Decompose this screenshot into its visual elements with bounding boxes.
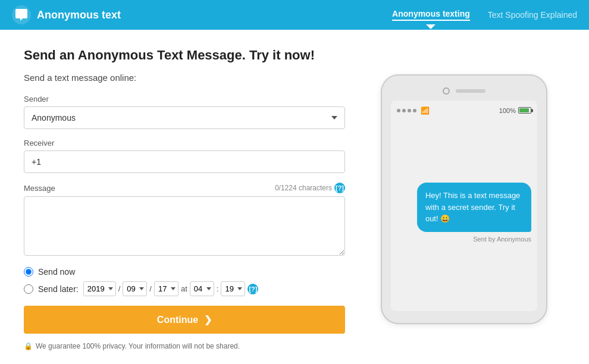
phone-speaker [456,89,485,93]
send-now-label[interactable]: Send now [38,267,75,277]
nav-text-spoofing[interactable]: Text Spoofing Explained [488,10,577,20]
phone-panel: 📶 100% Hey! This is a text message with … [369,48,559,350]
battery-icon [518,107,531,114]
main-nav: Anonymous texting Text Spoofing Explaine… [392,9,577,21]
continue-button[interactable]: Continue ❯ [24,306,345,334]
message-textarea[interactable] [24,196,345,256]
main-content: Send an Anonymous Text Message. Try it n… [0,30,589,364]
page-title: Send an Anonymous Text Message. Try it n… [24,48,345,63]
signal-dot-4 [413,109,416,112]
month-select[interactable]: 09 [123,281,147,296]
receiver-group: Receiver [24,139,345,173]
schedule-help-link[interactable]: [?] [247,284,258,294]
send-later-radio[interactable] [24,284,33,294]
message-group: Message 0/1224 characters [?] [24,183,345,258]
phone-screen: 📶 100% Hey! This is a text message with … [391,101,537,311]
message-label: Message [24,184,55,193]
message-bubble: Hey! This is a text message with a secre… [417,183,531,232]
nav-anonymous-texting[interactable]: Anonymous texting [392,9,470,21]
logo: Anonymous text [12,5,121,24]
send-later-controls: 2019 / 09 / 17 at 04 : 1 [83,281,259,296]
send-later-option: Send later: 2019 / 09 / 17 at 04 [24,281,345,296]
year-month-sep: / [118,284,121,293]
privacy-text: We guarantee 100% privacy. Your informat… [36,342,240,350]
at-label: at [181,284,187,293]
day-select[interactable]: 17 [154,281,178,296]
signal-dot-1 [397,109,400,112]
message-header: Message 0/1224 characters [?] [24,183,345,193]
sender-label: Sender [24,95,345,103]
battery-fill [519,108,529,112]
status-bar: 📶 100% [397,106,531,115]
phone-top [391,87,537,95]
receiver-input[interactable] [24,150,345,173]
hour-select[interactable]: 04 [190,281,214,296]
lock-icon: 🔒 [24,342,33,350]
month-day-sep: / [149,284,152,293]
message-bubble-container: Hey! This is a text message with a secre… [397,121,531,305]
header: Anonymous text Anonymous texting Text Sp… [0,0,589,30]
battery-percent: 100% [499,107,516,114]
wifi-icon: 📶 [421,106,430,115]
logo-text: Anonymous text [37,9,121,21]
minute-select[interactable]: 19 [221,281,245,296]
page-subtitle: Send a text message online: [24,73,345,83]
logo-icon [12,5,31,24]
send-options: Send now Send later: 2019 / 09 / 17 [24,267,345,296]
receiver-label: Receiver [24,139,345,148]
signal-dots: 📶 [397,106,430,115]
continue-icon: ❯ [204,314,212,325]
send-later-label[interactable]: Send later: [38,284,79,294]
privacy-note: 🔒 We guarantee 100% privacy. Your inform… [24,342,345,350]
form-panel: Send an Anonymous Text Message. Try it n… [24,48,345,350]
message-help-link[interactable]: [?] [334,183,345,193]
sender-group: Sender Anonymous [24,95,345,129]
message-bubble-text: Hey! This is a text message with a secre… [425,191,520,223]
phone-camera [443,87,450,95]
sender-select[interactable]: Anonymous [24,106,345,129]
send-now-radio[interactable] [24,267,33,277]
continue-label: Continue [157,315,198,325]
sent-by-text: Sent by Anonymous [397,236,531,243]
hour-min-sep: : [217,284,219,293]
signal-dot-2 [402,109,406,112]
phone-mockup: 📶 100% Hey! This is a text message with … [381,74,547,324]
signal-dot-3 [408,109,411,112]
send-now-option: Send now [24,267,345,277]
battery-section: 100% [499,107,531,114]
year-select[interactable]: 2019 [83,281,116,296]
char-count: 0/1224 characters [275,184,332,192]
